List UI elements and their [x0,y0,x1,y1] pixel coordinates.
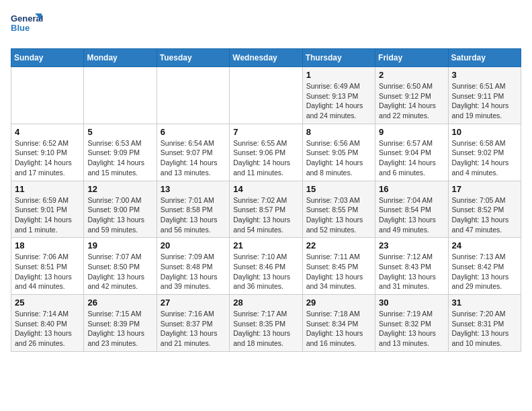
day-number: 8 [306,127,371,137]
day-number: 29 [306,298,371,308]
day-cell-28: 28Sunrise: 7:17 AMSunset: 8:35 PMDayligh… [230,295,302,352]
day-info: Sunrise: 6:54 AMSunset: 9:07 PMDaylight:… [161,138,226,178]
day-number: 21 [233,240,298,250]
day-cell-29: 29Sunrise: 7:18 AMSunset: 8:34 PMDayligh… [302,295,375,352]
day-info: Sunrise: 6:58 AMSunset: 9:02 PMDaylight:… [452,138,517,178]
header: General Blue [11,11,521,40]
day-info: Sunrise: 6:53 AMSunset: 9:09 PMDaylight:… [87,138,152,178]
day-cell-8: 8Sunrise: 6:56 AMSunset: 9:05 PMDaylight… [302,124,375,181]
weekday-header-sunday: Sunday [11,49,84,67]
day-number: 15 [306,184,371,194]
day-cell-30: 30Sunrise: 7:19 AMSunset: 8:32 PMDayligh… [375,295,448,352]
day-number: 11 [15,184,80,194]
day-cell-31: 31Sunrise: 7:20 AMSunset: 8:31 PMDayligh… [448,295,521,352]
day-cell-10: 10Sunrise: 6:58 AMSunset: 9:02 PMDayligh… [448,124,521,181]
day-info: Sunrise: 7:06 AMSunset: 8:51 PMDaylight:… [15,252,80,291]
day-cell-6: 6Sunrise: 6:54 AMSunset: 9:07 PMDaylight… [157,124,229,181]
day-cell-9: 9Sunrise: 6:57 AMSunset: 9:04 PMDaylight… [375,124,448,181]
day-cell-4: 4Sunrise: 6:52 AMSunset: 9:10 PMDaylight… [11,124,84,181]
day-number: 12 [87,184,152,194]
weekday-header-wednesday: Wednesday [230,49,302,67]
day-number: 25 [15,298,80,308]
day-number: 13 [161,184,226,194]
day-number: 14 [233,184,298,194]
day-cell-14: 14Sunrise: 7:02 AMSunset: 8:57 PMDayligh… [230,181,302,238]
day-number: 4 [15,127,80,137]
day-info: Sunrise: 6:56 AMSunset: 9:05 PMDaylight:… [306,138,371,178]
day-info: Sunrise: 7:10 AMSunset: 8:46 PMDaylight:… [233,252,298,291]
day-info: Sunrise: 7:04 AMSunset: 8:54 PMDaylight:… [379,195,444,235]
day-number: 26 [87,298,152,308]
weekday-header-friday: Friday [375,49,448,67]
day-number: 30 [379,298,444,308]
day-cell-1: 1Sunrise: 6:49 AMSunset: 9:13 PMDaylight… [302,67,375,124]
day-cell-3: 3Sunrise: 6:51 AMSunset: 9:11 PMDaylight… [448,67,521,124]
calendar-body: 1Sunrise: 6:49 AMSunset: 9:13 PMDaylight… [11,67,521,352]
day-info: Sunrise: 6:57 AMSunset: 9:04 PMDaylight:… [379,138,444,178]
day-cell-7: 7Sunrise: 6:55 AMSunset: 9:06 PMDaylight… [230,124,302,181]
day-cell-19: 19Sunrise: 7:07 AMSunset: 8:50 PMDayligh… [84,238,157,295]
logo: General Blue [11,11,44,40]
week-row-2: 4Sunrise: 6:52 AMSunset: 9:10 PMDaylight… [11,124,521,181]
day-info: Sunrise: 7:11 AMSunset: 8:45 PMDaylight:… [306,252,371,291]
day-info: Sunrise: 6:52 AMSunset: 9:10 PMDaylight:… [15,138,80,178]
day-info: Sunrise: 7:03 AMSunset: 8:55 PMDaylight:… [306,195,371,235]
day-info: Sunrise: 7:00 AMSunset: 9:00 PMDaylight:… [87,195,152,235]
day-info: Sunrise: 7:14 AMSunset: 8:40 PMDaylight:… [15,309,80,349]
weekday-header-tuesday: Tuesday [157,49,229,67]
day-info: Sunrise: 7:02 AMSunset: 8:57 PMDaylight:… [233,195,298,235]
day-cell-27: 27Sunrise: 7:16 AMSunset: 8:37 PMDayligh… [157,295,229,352]
day-number: 16 [379,184,444,194]
day-number: 6 [161,127,226,137]
day-info: Sunrise: 7:15 AMSunset: 8:39 PMDaylight:… [87,309,152,349]
weekday-header-saturday: Saturday [448,49,521,67]
day-number: 10 [452,127,517,137]
day-number: 19 [87,240,152,250]
empty-cell [84,67,157,124]
day-cell-16: 16Sunrise: 7:04 AMSunset: 8:54 PMDayligh… [375,181,448,238]
day-number: 18 [15,240,80,250]
week-row-4: 18Sunrise: 7:06 AMSunset: 8:51 PMDayligh… [11,238,521,295]
day-info: Sunrise: 7:01 AMSunset: 8:58 PMDaylight:… [161,195,226,235]
day-cell-24: 24Sunrise: 7:13 AMSunset: 8:42 PMDayligh… [448,238,521,295]
day-info: Sunrise: 7:17 AMSunset: 8:35 PMDaylight:… [233,309,298,349]
day-number: 7 [233,127,298,137]
day-cell-2: 2Sunrise: 6:50 AMSunset: 9:12 PMDaylight… [375,67,448,124]
day-info: Sunrise: 7:16 AMSunset: 8:37 PMDaylight:… [161,309,226,349]
day-number: 31 [452,298,517,308]
week-row-1: 1Sunrise: 6:49 AMSunset: 9:13 PMDaylight… [11,67,521,124]
day-number: 2 [379,70,444,80]
week-row-3: 11Sunrise: 6:59 AMSunset: 9:01 PMDayligh… [11,181,521,238]
day-cell-23: 23Sunrise: 7:12 AMSunset: 8:43 PMDayligh… [375,238,448,295]
weekday-header-row: SundayMondayTuesdayWednesdayThursdayFrid… [11,49,521,67]
day-cell-26: 26Sunrise: 7:15 AMSunset: 8:39 PMDayligh… [84,295,157,352]
day-info: Sunrise: 6:51 AMSunset: 9:11 PMDaylight:… [452,81,517,121]
empty-cell [11,67,84,124]
day-number: 27 [161,298,226,308]
empty-cell [157,67,229,124]
day-cell-21: 21Sunrise: 7:10 AMSunset: 8:46 PMDayligh… [230,238,302,295]
weekday-header-monday: Monday [84,49,157,67]
day-info: Sunrise: 6:49 AMSunset: 9:13 PMDaylight:… [306,81,371,121]
day-info: Sunrise: 6:59 AMSunset: 9:01 PMDaylight:… [15,195,80,235]
day-info: Sunrise: 7:05 AMSunset: 8:52 PMDaylight:… [452,195,517,235]
day-info: Sunrise: 7:18 AMSunset: 8:34 PMDaylight:… [306,309,371,349]
day-cell-18: 18Sunrise: 7:06 AMSunset: 8:51 PMDayligh… [11,238,84,295]
day-cell-5: 5Sunrise: 6:53 AMSunset: 9:09 PMDaylight… [84,124,157,181]
day-number: 22 [306,240,371,250]
day-number: 20 [161,240,226,250]
day-number: 23 [379,240,444,250]
day-number: 3 [452,70,517,80]
day-number: 17 [452,184,517,194]
day-cell-11: 11Sunrise: 6:59 AMSunset: 9:01 PMDayligh… [11,181,84,238]
day-info: Sunrise: 7:13 AMSunset: 8:42 PMDaylight:… [452,252,517,291]
week-row-5: 25Sunrise: 7:14 AMSunset: 8:40 PMDayligh… [11,295,521,352]
day-cell-20: 20Sunrise: 7:09 AMSunset: 8:48 PMDayligh… [157,238,229,295]
day-number: 1 [306,70,371,80]
day-info: Sunrise: 7:12 AMSunset: 8:43 PMDaylight:… [379,252,444,291]
day-info: Sunrise: 7:19 AMSunset: 8:32 PMDaylight:… [379,309,444,349]
svg-text:Blue: Blue [11,23,30,33]
day-cell-13: 13Sunrise: 7:01 AMSunset: 8:58 PMDayligh… [157,181,229,238]
empty-cell [230,67,302,124]
day-cell-17: 17Sunrise: 7:05 AMSunset: 8:52 PMDayligh… [448,181,521,238]
